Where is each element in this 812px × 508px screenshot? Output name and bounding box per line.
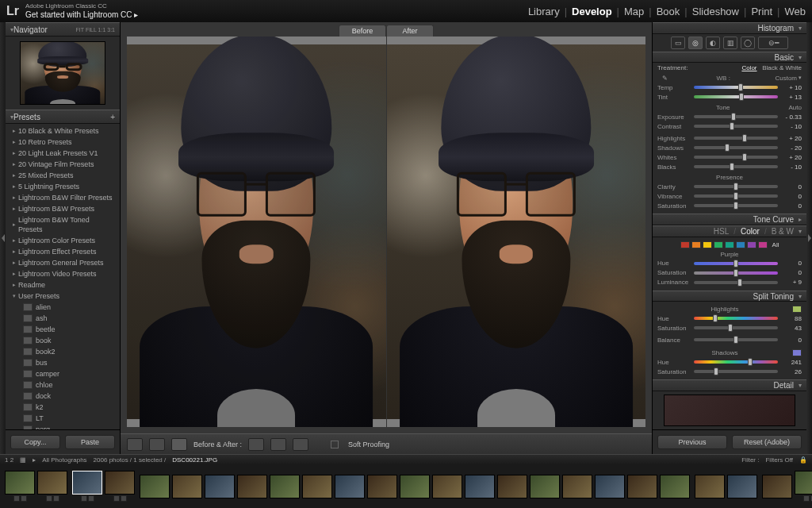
preset-item[interactable]: beetle: [6, 324, 120, 335]
split-sh-slider[interactable]: [694, 360, 778, 364]
filmstrip-thumbnail[interactable]: [400, 475, 430, 498]
reset-button[interactable]: Reset (Adobe): [732, 435, 802, 449]
grid-view-icon[interactable]: [149, 438, 165, 451]
paste-button[interactable]: Paste: [65, 435, 115, 449]
gradient-tool-icon[interactable]: ▥: [723, 37, 737, 49]
module-print[interactable]: Print: [751, 6, 772, 17]
filter-state[interactable]: Filters Off: [765, 456, 793, 464]
filmstrip-thumbnail[interactable]: [237, 475, 267, 498]
preset-folder[interactable]: 5 Lightning Presets: [6, 181, 120, 192]
filmstrip[interactable]: [0, 464, 812, 508]
split-hi-value[interactable]: 88: [781, 315, 802, 322]
hsl-all[interactable]: All: [772, 241, 779, 248]
detail-preview[interactable]: [664, 394, 795, 426]
module-slideshow[interactable]: Slideshow: [692, 6, 739, 17]
tone-slider[interactable]: [694, 115, 778, 118]
tone-slider[interactable]: [694, 156, 778, 159]
filmstrip-thumbnail[interactable]: [302, 475, 332, 498]
preset-folder[interactable]: Lightroom B&W Filter Presets: [6, 192, 120, 203]
tone-value[interactable]: - 0.33: [781, 114, 802, 121]
hsl-value[interactable]: + 9: [781, 279, 802, 286]
hsl-color-swatch[interactable]: [736, 241, 745, 248]
crop-tool-icon[interactable]: ▭: [671, 37, 685, 49]
hsl-slider[interactable]: [694, 271, 778, 275]
hsl-color-swatch[interactable]: [725, 241, 734, 248]
filmstrip-thumbnail[interactable]: [72, 471, 102, 495]
soft-proofing-checkbox[interactable]: [331, 441, 339, 448]
presence-slider[interactable]: [694, 194, 778, 198]
image-canvas[interactable]: [127, 37, 645, 427]
preset-folder[interactable]: Lightroom Color Presets: [6, 235, 120, 246]
tone-value[interactable]: + 20: [781, 135, 802, 142]
hsl-color-swatch[interactable]: [691, 241, 701, 248]
filmstrip-thumbnail[interactable]: [5, 471, 35, 495]
treatment-bw[interactable]: Black & White: [762, 64, 802, 71]
filmstrip-thumbnail[interactable]: [497, 475, 527, 498]
app-subtitle[interactable]: Get started with Lightroom CC ▸: [25, 10, 138, 19]
preset-item[interactable]: k2: [6, 402, 120, 413]
left-panel-collapse-grip[interactable]: [0, 22, 6, 454]
hsl-value[interactable]: 0: [781, 269, 802, 276]
preset-item[interactable]: ash: [6, 313, 120, 324]
redeye-tool-icon[interactable]: ◐: [706, 37, 720, 49]
hsl-color-swatch[interactable]: [680, 241, 690, 248]
presence-value[interactable]: 0: [781, 193, 802, 200]
tone-auto[interactable]: Auto: [789, 104, 802, 111]
filmstrip-thumbnail[interactable]: [530, 475, 560, 498]
presence-value[interactable]: 0: [781, 183, 802, 190]
split-sh-value[interactable]: 26: [781, 368, 802, 375]
filmstrip-thumbnail[interactable]: [37, 471, 67, 495]
chevron-icon[interactable]: ▸: [33, 456, 36, 464]
preset-item[interactable]: porg: [6, 424, 120, 429]
detail-header[interactable]: Detail ▾: [653, 379, 806, 391]
tone-slider[interactable]: [694, 146, 778, 149]
ba-mode-icon-3[interactable]: [293, 438, 308, 451]
module-map[interactable]: Map: [624, 6, 644, 17]
split-sh-slider[interactable]: [694, 370, 778, 373]
wb-slider[interactable]: [694, 95, 778, 98]
split-toning-header[interactable]: Split Toning ▾: [653, 291, 806, 302]
filmstrip-thumbnail[interactable]: [105, 471, 135, 495]
filmstrip-thumbnail[interactable]: [335, 475, 365, 498]
hsl-color-swatch[interactable]: [747, 241, 756, 248]
ba-mode-icon-1[interactable]: [248, 438, 264, 451]
preset-item[interactable]: camper: [6, 368, 120, 379]
navigator-zoom-modes[interactable]: FIT FILL 1:1 3:1: [76, 27, 115, 33]
hsl-color-swatch[interactable]: [758, 241, 768, 248]
preset-folder[interactable]: 25 Mixed Presets: [6, 170, 120, 181]
wb-slider[interactable]: [694, 86, 778, 89]
preset-folder[interactable]: Readme: [6, 279, 120, 291]
filmstrip-thumbnail[interactable]: [660, 475, 690, 498]
module-web[interactable]: Web: [785, 6, 806, 17]
previous-button[interactable]: Previous: [657, 435, 727, 449]
preset-folder[interactable]: Lightroom B&W Toned Presets: [6, 214, 120, 235]
preset-folder[interactable]: 10 Black & White Presets: [6, 125, 120, 137]
presets-add-icon[interactable]: +: [110, 113, 115, 121]
preset-item[interactable]: alien: [6, 302, 120, 313]
filmstrip-thumbnail[interactable]: [432, 475, 462, 498]
filmstrip-pages[interactable]: 1 2: [5, 456, 13, 464]
filmstrip-thumbnail[interactable]: [695, 475, 725, 498]
filmstrip-thumbnail[interactable]: [595, 475, 625, 498]
filmstrip-thumbnail[interactable]: [727, 475, 757, 498]
filter-lock-icon[interactable]: 🔒: [799, 456, 807, 464]
wb-value[interactable]: + 13: [781, 94, 802, 101]
filmstrip-thumbnail[interactable]: [562, 475, 592, 498]
hsl-slider[interactable]: [694, 262, 778, 265]
presets-header[interactable]: ▾ Presets +: [6, 110, 120, 124]
presence-slider[interactable]: [694, 185, 778, 188]
tone-slider[interactable]: [694, 137, 778, 140]
hsl-tab-bw[interactable]: B & W: [772, 227, 794, 236]
ba-mode-icon-2[interactable]: [270, 438, 286, 451]
loupe-view-icon[interactable]: [127, 438, 143, 451]
preset-folder[interactable]: Lightroom Video Presets: [6, 268, 120, 279]
split-hi-slider[interactable]: [694, 317, 778, 320]
preset-folder-user[interactable]: User Presets: [6, 291, 120, 302]
preset-item[interactable]: book2: [6, 346, 120, 357]
preset-folder[interactable]: 20 Vintage Film Presets: [6, 159, 120, 170]
preset-folder[interactable]: 10 Retro Presets: [6, 137, 120, 148]
preset-folder[interactable]: Lightroom General Presets: [6, 257, 120, 268]
preset-folder[interactable]: Lightroom B&W Presets: [6, 203, 120, 214]
basic-header[interactable]: Basic ▾: [653, 52, 806, 64]
treatment-color[interactable]: Color: [741, 64, 756, 71]
